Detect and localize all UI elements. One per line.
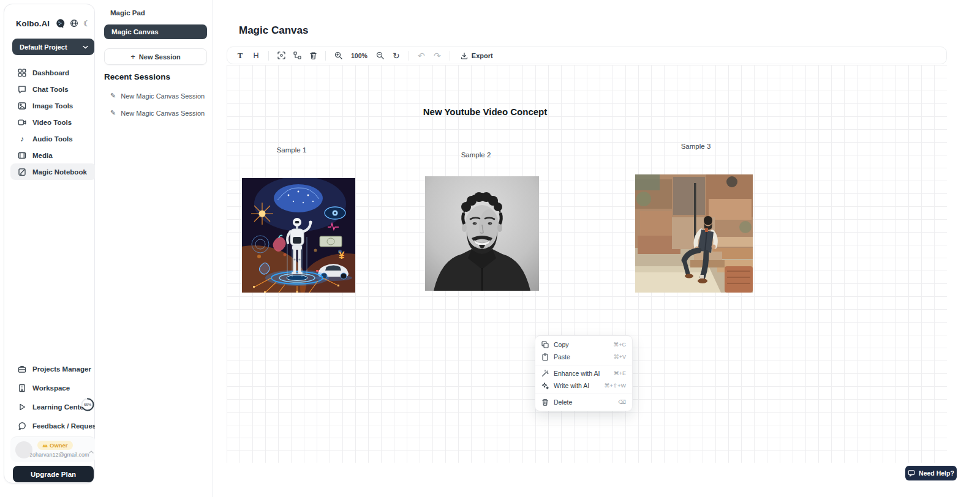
notebook-pen-icon xyxy=(18,168,26,176)
magic-wand-icon xyxy=(541,370,549,377)
magic-pad-item[interactable]: Magic Pad xyxy=(110,9,145,17)
sample-1-image[interactable]: ¥ xyxy=(242,178,355,293)
sidebar: Kolbo.AI ☾ Default Project xyxy=(4,4,95,484)
sample-label[interactable]: Sample 3 xyxy=(681,143,711,150)
sidebar-item-label: Media xyxy=(32,152,53,159)
help-chat-icon xyxy=(908,469,915,477)
sidebar-item-image-tools[interactable]: Image Tools xyxy=(10,97,96,114)
upgrade-plan-label: Upgrade Plan xyxy=(31,471,76,478)
project-selector[interactable]: Default Project xyxy=(12,39,94,55)
copy-icon xyxy=(541,341,549,348)
sidebar-item-label: Chat Tools xyxy=(32,86,69,93)
media-film-icon xyxy=(18,151,26,160)
recent-session-label: New Magic Canvas Session xyxy=(121,110,205,117)
sidebar-item-label: Projects Manager xyxy=(32,365,91,373)
recent-session-item[interactable]: ✎ New Magic Canvas Session xyxy=(110,92,208,100)
new-session-button[interactable]: + New Session xyxy=(104,48,207,65)
connector-tool-button[interactable] xyxy=(290,49,304,62)
plus-icon: + xyxy=(130,52,135,61)
crown-icon xyxy=(42,443,48,447)
sidebar-item-label: Learning Center xyxy=(32,403,86,411)
sidebar-item-magic-notebook[interactable]: Magic Notebook xyxy=(10,163,96,180)
context-menu-copy[interactable]: Copy ⌘+C xyxy=(535,338,632,351)
sidebar-item-label: Dashboard xyxy=(32,69,69,77)
language-globe-icon[interactable] xyxy=(70,19,78,28)
select-area-button[interactable] xyxy=(274,49,288,62)
context-menu-label: Write with AI xyxy=(554,382,599,389)
context-menu-divider xyxy=(535,394,632,394)
sample-label[interactable]: Sample 1 xyxy=(277,146,307,154)
context-menu-divider xyxy=(535,365,632,365)
sample-label[interactable]: Sample 2 xyxy=(461,151,491,159)
brain-logo-icon xyxy=(55,18,65,29)
reset-rotate-button[interactable]: ↻ xyxy=(390,49,403,62)
need-help-label: Need Help? xyxy=(919,469,954,477)
play-icon xyxy=(18,403,26,411)
sidebar-item-feedback-request[interactable]: Feedback / Request xyxy=(10,416,96,435)
context-menu-label: Paste xyxy=(554,353,609,361)
canvas-toolbar: T H 100% ↻ ↶ ↷ xyxy=(227,47,947,64)
recent-session-item[interactable]: ✎ New Magic Canvas Session xyxy=(110,109,208,117)
toolbar-divider xyxy=(325,51,326,61)
sidebar-item-label: Feedback / Request xyxy=(32,422,99,430)
canvas-heading-text[interactable]: New Youtube Video Concept xyxy=(423,106,548,117)
export-label: Export xyxy=(472,52,493,59)
undo-button[interactable]: ↶ xyxy=(415,49,428,62)
sidebar-item-media[interactable]: Media xyxy=(10,147,96,163)
chevron-down-icon xyxy=(83,45,88,49)
feedback-bubble-icon xyxy=(18,422,26,430)
context-menu-paste[interactable]: Paste ⌘+V xyxy=(535,351,632,363)
magic-canvas-item-selected[interactable]: Magic Canvas xyxy=(104,24,207,39)
zoom-level-value: 100% xyxy=(347,52,371,59)
context-menu-delete[interactable]: Delete ⌫ xyxy=(535,396,632,408)
text-tool-button[interactable]: T xyxy=(233,49,247,62)
sidebar-item-learning-center[interactable]: Learning Center 66% xyxy=(10,397,96,416)
sidebar-bottom-nav: Projects Manager Workspace Learning Cent… xyxy=(10,359,96,435)
context-menu: Copy ⌘+C Paste ⌘+V Enhance with AI ⌘+ xyxy=(535,335,633,411)
svg-text:¥: ¥ xyxy=(339,250,345,261)
context-menu-shortcut: ⌘+⇧+W xyxy=(604,383,626,389)
canvas-grid-area[interactable]: New Youtube Video Concept Sample 1 Sampl… xyxy=(227,65,947,463)
recent-session-label: New Magic Canvas Session xyxy=(121,92,205,100)
building-icon xyxy=(18,384,26,392)
sidebar-item-label: Video Tools xyxy=(32,119,72,126)
heading-tool-button[interactable]: H xyxy=(249,49,263,62)
zoom-out-button[interactable] xyxy=(374,49,387,62)
user-email: zoharvan12@gmail.com xyxy=(28,452,91,458)
sidebar-item-dashboard[interactable]: Dashboard xyxy=(10,64,96,81)
context-menu-write-with-ai[interactable]: Write with AI ⌘+⇧+W xyxy=(535,379,632,392)
sidebar-item-audio-tools[interactable]: ♪ Audio Tools xyxy=(10,130,96,147)
export-button[interactable]: Export xyxy=(456,49,498,62)
owner-role-badge: Owner xyxy=(37,441,73,450)
sessions-panel: Magic Pad Magic Canvas + New Session Rec… xyxy=(95,0,213,497)
context-menu-label: Enhance with AI xyxy=(554,370,609,377)
sample-2-image[interactable] xyxy=(425,176,539,291)
toolbar-divider xyxy=(409,51,409,61)
new-session-label: New Session xyxy=(139,53,181,61)
sparkles-icon xyxy=(541,382,549,389)
sidebar-item-workspace[interactable]: Workspace xyxy=(10,378,96,397)
upgrade-plan-button[interactable]: Upgrade Plan xyxy=(13,466,94,482)
dashboard-grid-icon xyxy=(18,69,26,77)
sidebar-item-chat-tools[interactable]: Chat Tools xyxy=(10,81,96,97)
context-menu-label: Copy xyxy=(554,341,608,348)
sidebar-item-video-tools[interactable]: Video Tools xyxy=(10,114,96,130)
dark-mode-moon-icon[interactable]: ☾ xyxy=(83,20,91,28)
trash-tool-button[interactable] xyxy=(306,49,320,62)
user-account-box[interactable]: Owner zoharvan12@gmail.com xyxy=(10,436,96,462)
sample-3-image[interactable] xyxy=(635,174,753,293)
recent-sessions-heading: Recent Sessions xyxy=(104,72,170,81)
brand-row: Kolbo.AI ☾ xyxy=(16,17,88,29)
sidebar-nav: Dashboard Chat Tools Image Tools xyxy=(10,64,96,180)
need-help-button[interactable]: Need Help? xyxy=(905,466,957,480)
redo-button[interactable]: ↷ xyxy=(431,49,444,62)
context-menu-enhance-with-ai[interactable]: Enhance with AI ⌘+E xyxy=(535,367,632,379)
sidebar-item-label: Audio Tools xyxy=(32,135,73,143)
context-menu-label: Delete xyxy=(554,398,613,406)
project-selector-label: Default Project xyxy=(20,43,67,51)
zoom-in-button[interactable] xyxy=(331,49,345,62)
user-menu-chevron-icon[interactable] xyxy=(89,450,94,454)
context-menu-shortcut: ⌘+E xyxy=(614,370,626,376)
context-menu-shortcut: ⌫ xyxy=(618,399,626,405)
sidebar-item-projects-manager[interactable]: Projects Manager xyxy=(10,359,96,378)
